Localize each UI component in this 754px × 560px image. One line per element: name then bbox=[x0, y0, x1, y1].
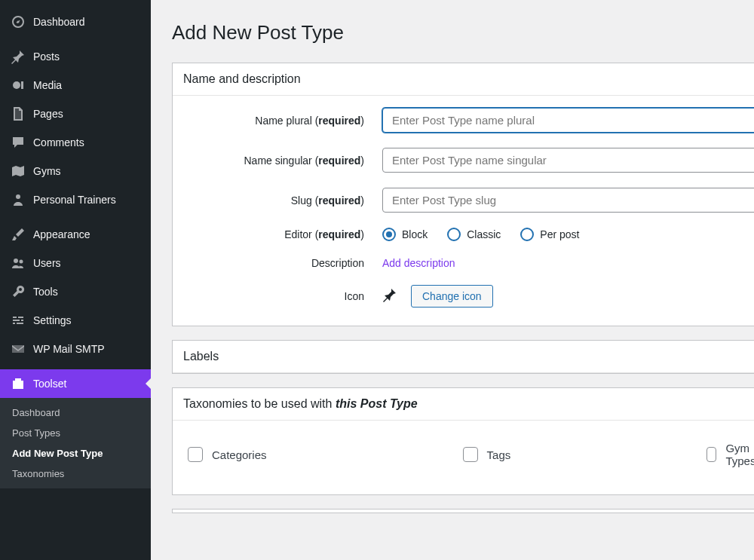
sidebar-item-label: Appearance bbox=[33, 228, 90, 240]
sidebar-item-gyms[interactable]: Gyms bbox=[0, 157, 151, 185]
submenu-item-add-new-post-type[interactable]: Add New Post Type bbox=[0, 443, 151, 464]
radio-editor-classic[interactable]: Classic bbox=[447, 228, 501, 241]
sidebar-item-settings[interactable]: Settings bbox=[0, 306, 151, 335]
sidebar-item-toolset[interactable]: Toolset bbox=[0, 369, 151, 398]
map-icon bbox=[11, 164, 26, 179]
label-name-singular: Name singular (required) bbox=[183, 155, 382, 167]
label-name-plural: Name plural (required) bbox=[183, 115, 382, 127]
sidebar-item-label: Tools bbox=[33, 286, 58, 298]
sidebar-item-label: Settings bbox=[33, 314, 72, 326]
sidebar-item-pages[interactable]: Pages bbox=[0, 99, 151, 128]
checkbox-icon bbox=[463, 447, 478, 462]
checkbox-icon bbox=[706, 447, 716, 462]
sidebar-item-label: Gyms bbox=[33, 165, 61, 177]
sidebar-item-appearance[interactable]: Appearance bbox=[0, 220, 151, 249]
add-description-link[interactable]: Add description bbox=[382, 257, 455, 269]
wrench-icon bbox=[11, 284, 26, 299]
sliders-icon bbox=[11, 313, 26, 328]
sidebar-item-comments[interactable]: Comments bbox=[0, 128, 151, 157]
name-plural-input[interactable] bbox=[382, 108, 754, 133]
sidebar-item-label: Posts bbox=[33, 50, 60, 63]
checkbox-categories[interactable]: Categories bbox=[188, 442, 267, 467]
label-icon: Icon bbox=[183, 290, 382, 302]
labels-panel: Labels bbox=[172, 340, 754, 374]
page-title: Add New Post Type bbox=[172, 21, 754, 44]
radio-editor-perpost[interactable]: Per post bbox=[520, 228, 579, 241]
svg-point-3 bbox=[14, 259, 18, 263]
checkbox-gym-types[interactable]: Gym Types bbox=[706, 442, 754, 467]
sidebar-item-trainers[interactable]: Personal Trainers bbox=[0, 185, 151, 214]
sidebar-item-wpmailsmtp[interactable]: WP Mail SMTP bbox=[0, 335, 151, 363]
checkbox-tags[interactable]: Tags bbox=[463, 442, 511, 467]
media-icon bbox=[11, 78, 26, 93]
radio-editor-block[interactable]: Block bbox=[382, 228, 428, 241]
sidebar-item-tools[interactable]: Tools bbox=[0, 277, 151, 306]
radio-icon bbox=[520, 228, 534, 241]
main-content: Add New Post Type Name and description N… bbox=[151, 0, 754, 560]
users-icon bbox=[11, 256, 26, 271]
svg-point-0 bbox=[17, 21, 20, 23]
sidebar-item-label: Media bbox=[33, 79, 62, 91]
panel-heading[interactable]: Labels bbox=[173, 341, 754, 373]
sidebar-item-label: Toolset bbox=[33, 378, 66, 390]
label-slug: Slug (required) bbox=[183, 194, 382, 207]
submenu-item-dashboard[interactable]: Dashboard bbox=[0, 402, 151, 423]
box-icon bbox=[11, 376, 26, 391]
sidebar-item-dashboard[interactable]: Dashboard bbox=[0, 8, 151, 36]
mail-icon bbox=[11, 341, 26, 357]
label-description: Description bbox=[183, 257, 382, 269]
page-icon bbox=[11, 106, 26, 121]
panel-heading: Taxonomies to be used with this Post Typ… bbox=[173, 388, 754, 421]
sidebar-item-label: Users bbox=[33, 257, 61, 269]
submenu-item-taxonomies[interactable]: Taxonomies bbox=[0, 464, 151, 484]
sidebar-item-media[interactable]: Media bbox=[0, 71, 151, 99]
slug-input[interactable] bbox=[382, 188, 754, 213]
taxonomies-panel: Taxonomies to be used with this Post Typ… bbox=[172, 387, 754, 495]
sidebar-item-users[interactable]: Users bbox=[0, 249, 151, 277]
submenu: Dashboard Post Types Add New Post Type T… bbox=[0, 398, 151, 488]
brush-icon bbox=[11, 227, 26, 242]
sidebar-item-label: Personal Trainers bbox=[33, 194, 116, 206]
panel-heading: Name and description bbox=[173, 63, 754, 96]
svg-point-2 bbox=[16, 194, 20, 199]
sidebar-item-label: Comments bbox=[33, 136, 84, 148]
sidebar-item-posts[interactable]: Posts bbox=[0, 42, 151, 71]
comment-icon bbox=[11, 135, 26, 150]
sidebar-item-label: WP Mail SMTP bbox=[33, 343, 105, 355]
pin-icon bbox=[11, 49, 26, 64]
name-description-panel: Name and description Name plural (requir… bbox=[172, 63, 754, 326]
svg-point-4 bbox=[20, 260, 23, 264]
radio-icon bbox=[447, 228, 461, 241]
submenu-item-post-types[interactable]: Post Types bbox=[0, 423, 151, 443]
post-type-icon bbox=[382, 287, 397, 305]
svg-point-1 bbox=[13, 81, 20, 89]
radio-icon bbox=[382, 228, 396, 241]
sidebar-item-label: Pages bbox=[33, 108, 63, 120]
next-panel-top bbox=[172, 509, 754, 513]
gauge-icon bbox=[11, 14, 26, 29]
change-icon-button[interactable]: Change icon bbox=[411, 285, 493, 308]
checkbox-icon bbox=[188, 447, 203, 462]
admin-sidebar: Dashboard Posts Media Pages Comments bbox=[0, 0, 151, 560]
sidebar-item-label: Dashboard bbox=[33, 16, 85, 28]
user-icon bbox=[11, 192, 26, 207]
label-editor: Editor (required) bbox=[183, 228, 382, 240]
name-singular-input[interactable] bbox=[382, 148, 754, 173]
